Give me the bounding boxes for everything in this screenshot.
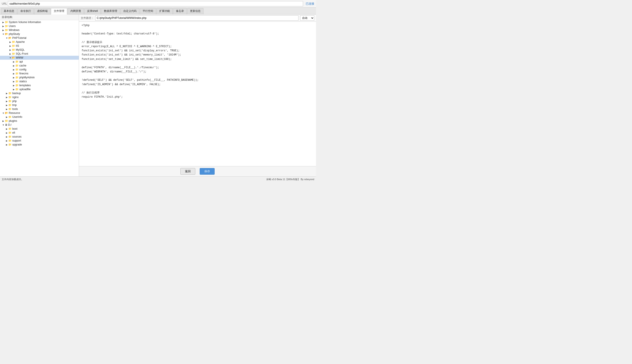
tree-toggle: ▶ xyxy=(2,120,5,122)
folder-icon: 📁 xyxy=(15,88,19,91)
folder-icon: 📁 xyxy=(8,127,12,130)
tree-item[interactable]: ▼📂Resource xyxy=(0,111,79,115)
url-input[interactable] xyxy=(8,1,303,6)
tree-toggle: ▶ xyxy=(2,21,5,24)
tree-item[interactable]: ▶📁statics xyxy=(0,80,79,84)
tree-toggle: ▶ xyxy=(12,88,15,90)
tree-item[interactable]: ▶📁UserInfo xyxy=(0,115,79,119)
tab-8[interactable]: 平行空间 xyxy=(140,8,156,14)
tree-item[interactable]: ▶📁IIS xyxy=(0,44,79,48)
tab-11[interactable]: 更新信息 xyxy=(187,8,204,14)
tree-item-label: PHPTutorial xyxy=(12,36,26,40)
tree-item-label: sources xyxy=(12,135,22,138)
file-path-input[interactable] xyxy=(95,15,298,20)
main-layout: 目录结构 ▶📁System Volume Information▶📁Users▶… xyxy=(0,14,316,176)
tree-toggle: ▶ xyxy=(9,53,12,55)
folder-icon: 📁 xyxy=(5,119,8,122)
tab-4[interactable]: 内网穿透 xyxy=(68,8,84,14)
tab-10[interactable]: 备忘录 xyxy=(173,8,187,14)
drive-icon: 🖥 xyxy=(5,123,8,126)
tree-toggle: ▶ xyxy=(12,64,15,67)
folder-icon: 📁 xyxy=(15,60,19,63)
tree-item[interactable]: ▶📁efi xyxy=(0,131,79,135)
tree-item[interactable]: ▶📁uploadfile xyxy=(0,87,79,91)
code-area[interactable]: <?php header('Content-Type: text/html; c… xyxy=(79,22,316,166)
tree-item-label: config xyxy=(19,68,26,71)
tree-toggle: ▶ xyxy=(5,100,8,102)
folder-icon: 📁 xyxy=(8,131,12,134)
tree-item-label: tools xyxy=(12,108,18,110)
folder-icon: 📁 xyxy=(15,80,19,83)
tree-item[interactable]: ▼📂PHPTutorial xyxy=(0,36,79,40)
tree-item-label: plugins xyxy=(9,119,17,122)
tree-item[interactable]: ▶📁upgrade xyxy=(0,142,79,146)
tree-item[interactable]: ▶📁backup xyxy=(0,91,79,95)
tree-toggle: ▼ xyxy=(9,56,12,59)
tree-item[interactable]: ▶📁nginx xyxy=(0,95,79,99)
encoding-select[interactable]: 自动 UTF-8 GBK xyxy=(300,15,314,20)
status-bar: 文件内容加载成功。 冰蝎 v3.0 Beta 11【t00ls专版】 By re… xyxy=(0,176,316,182)
tab-3[interactable]: 文件管理 xyxy=(51,8,67,14)
tree-item[interactable]: ▶📁cache xyxy=(0,64,79,68)
tab-2[interactable]: 虚拟终端 xyxy=(34,8,50,14)
tree-item-label: api xyxy=(19,60,23,63)
tree-item[interactable]: ▶📁Windows xyxy=(0,28,79,32)
tree-toggle: ▶ xyxy=(5,128,8,130)
tab-5[interactable]: 反弹shell xyxy=(84,8,101,14)
tree-item[interactable]: ▶📁System Volume Information xyxy=(0,20,79,24)
save-button[interactable]: 保存 xyxy=(200,168,214,175)
tree-item[interactable]: ▶📁Apache xyxy=(0,40,79,44)
folder-open-icon: 📂 xyxy=(5,112,8,114)
tree-toggle: ▶ xyxy=(9,45,12,47)
tree-item-label: efi xyxy=(12,131,15,134)
tab-1[interactable]: 命令执行 xyxy=(18,8,34,14)
tab-7[interactable]: 自定义代码 xyxy=(120,8,139,14)
top-bar: URL 已连接 xyxy=(0,0,316,8)
tree-item[interactable]: ▼🖥D:/ xyxy=(0,123,79,127)
tree-toggle: ▼ xyxy=(2,124,5,126)
tree-item[interactable]: ▶📁sources xyxy=(0,135,79,139)
folder-icon: 📁 xyxy=(15,68,19,71)
tree-item[interactable]: ▼📂WWW xyxy=(0,56,79,60)
tree-item[interactable]: ▶📁finecms xyxy=(0,72,79,76)
folder-icon: 📁 xyxy=(12,52,15,55)
tree-item[interactable]: ▶📁tools xyxy=(0,107,79,111)
tree-item[interactable]: ▶📁support xyxy=(0,139,79,142)
tree-item[interactable]: ▶📁tmp xyxy=(0,103,79,107)
tree-toggle: ▶ xyxy=(12,68,15,71)
tab-9[interactable]: 扩展功能 xyxy=(156,8,173,14)
tree-item-label: Windows xyxy=(9,28,20,32)
folder-open-icon: 📂 xyxy=(5,32,8,36)
folder-icon: 📁 xyxy=(12,40,15,44)
tab-0[interactable]: 基本信息 xyxy=(1,8,17,14)
folder-icon: 📁 xyxy=(8,135,12,138)
tree-item[interactable]: ▶📁Users xyxy=(0,24,79,28)
tree-item-label: IIS xyxy=(16,44,19,48)
tree-item[interactable]: ▶📁config xyxy=(0,68,79,72)
back-button[interactable]: 返回 xyxy=(180,168,195,175)
dir-tree[interactable]: ▶📁System Volume Information▶📁Users▶📁Wind… xyxy=(0,20,79,176)
tree-item-label: System Volume Information xyxy=(9,20,41,24)
right-panel: 文件路径： 自动 UTF-8 GBK <?php header('Content… xyxy=(79,14,316,176)
folder-icon: 📁 xyxy=(15,76,19,79)
tree-item[interactable]: ▶📁MySQL xyxy=(0,48,79,52)
tree-item-label: finecms xyxy=(19,72,28,75)
folder-icon: 📁 xyxy=(5,24,8,28)
tree-item[interactable]: ▶📁plugins xyxy=(0,119,79,123)
tree-item[interactable]: ▶📁templates xyxy=(0,84,79,87)
tree-item[interactable]: ▼📂phpStudy xyxy=(0,32,79,36)
tree-toggle: ▶ xyxy=(9,49,12,51)
tree-item-label: upgrade xyxy=(12,143,22,146)
folder-icon: 📁 xyxy=(8,92,12,95)
tree-item-label: Resource xyxy=(9,112,20,114)
tree-item-label: tmp xyxy=(12,104,17,107)
tree-toggle: ▼ xyxy=(2,112,5,114)
tab-6[interactable]: 数据库管理 xyxy=(101,8,120,14)
tree-item[interactable]: ▶📁phpMyAdmin xyxy=(0,76,79,80)
tree-item[interactable]: ▶📁api xyxy=(0,60,79,64)
tree-item[interactable]: ▶📁php xyxy=(0,99,79,103)
tree-item[interactable]: ▶📁boot xyxy=(0,127,79,131)
tree-toggle: ▶ xyxy=(5,132,8,134)
tree-item[interactable]: ▶📁SQL-Front xyxy=(0,52,79,56)
folder-icon: 📁 xyxy=(8,108,12,110)
